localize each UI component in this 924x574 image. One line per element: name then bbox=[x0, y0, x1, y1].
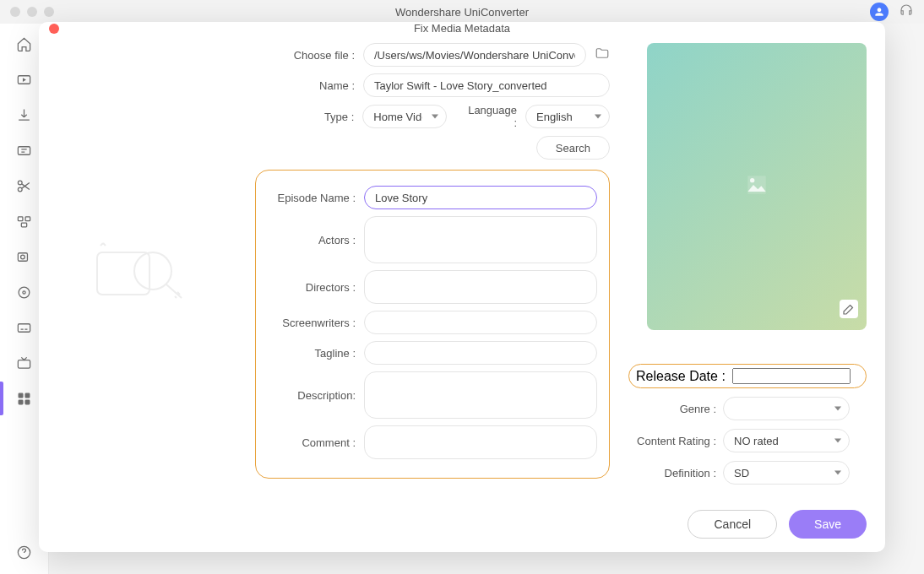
cut-icon[interactable] bbox=[16, 177, 33, 194]
svg-rect-1 bbox=[18, 146, 30, 154]
svg-point-20 bbox=[750, 178, 754, 182]
toolbox-icon[interactable] bbox=[16, 390, 33, 407]
compress-icon[interactable] bbox=[16, 142, 33, 159]
svg-rect-5 bbox=[25, 216, 30, 220]
search-illustration bbox=[51, 43, 236, 539]
comment-input[interactable] bbox=[364, 425, 597, 459]
directors-label: Directors : bbox=[256, 281, 356, 294]
fix-metadata-modal: Fix Media Metadata Choose file : Name : … bbox=[39, 22, 885, 552]
name-input[interactable] bbox=[363, 73, 610, 97]
svg-rect-6 bbox=[21, 223, 26, 227]
description-label: Description: bbox=[256, 389, 356, 402]
release-date-highlight: Release Date : bbox=[628, 364, 867, 388]
svg-rect-12 bbox=[18, 360, 30, 368]
home-icon[interactable] bbox=[16, 35, 33, 52]
image-placeholder-icon bbox=[743, 171, 770, 202]
svg-point-10 bbox=[23, 290, 25, 293]
genre-select[interactable] bbox=[723, 397, 850, 420]
subtitle-icon[interactable] bbox=[16, 319, 33, 336]
directors-input[interactable] bbox=[364, 270, 597, 304]
edit-thumbnail-icon[interactable] bbox=[840, 300, 858, 322]
svg-rect-7 bbox=[18, 252, 27, 261]
svg-point-19 bbox=[134, 252, 171, 290]
svg-rect-16 bbox=[25, 400, 30, 404]
content-rating-select[interactable]: NO rated bbox=[723, 429, 850, 452]
description-input[interactable] bbox=[364, 371, 597, 419]
svg-rect-15 bbox=[19, 400, 23, 404]
tagline-label: Tagline : bbox=[256, 347, 356, 360]
support-headset-icon[interactable] bbox=[899, 3, 914, 21]
release-date-input[interactable] bbox=[732, 368, 851, 384]
choose-file-input[interactable] bbox=[363, 43, 586, 67]
language-select[interactable]: English bbox=[525, 105, 610, 128]
genre-label: Genre : bbox=[628, 403, 716, 415]
convert-icon[interactable] bbox=[16, 71, 33, 88]
details-highlight-box: Episode Name : Actors : Directors : Scre… bbox=[255, 170, 610, 479]
type-label: Type : bbox=[255, 111, 354, 123]
svg-rect-18 bbox=[97, 252, 149, 295]
save-button[interactable]: Save bbox=[789, 510, 867, 539]
type-select[interactable]: Home Video bbox=[362, 105, 447, 128]
svg-rect-11 bbox=[18, 323, 30, 332]
svg-point-2 bbox=[18, 181, 22, 185]
folder-icon[interactable] bbox=[595, 46, 610, 64]
svg-point-9 bbox=[19, 287, 30, 298]
modal-titlebar: Fix Media Metadata bbox=[39, 22, 885, 35]
app-titlebar: Wondershare UniConverter bbox=[0, 0, 924, 24]
actors-label: Actors : bbox=[256, 234, 356, 246]
download-icon[interactable] bbox=[16, 106, 33, 123]
close-icon[interactable] bbox=[49, 24, 59, 34]
tv-icon[interactable] bbox=[16, 355, 33, 371]
cancel-button[interactable]: Cancel bbox=[688, 510, 777, 539]
name-label: Name : bbox=[255, 79, 355, 92]
cover-thumbnail bbox=[647, 43, 867, 330]
help-icon[interactable] bbox=[16, 544, 33, 560]
merge-icon[interactable] bbox=[16, 213, 33, 230]
svg-point-3 bbox=[18, 187, 22, 192]
episode-name-label: Episode Name : bbox=[256, 192, 356, 204]
actors-input[interactable] bbox=[364, 216, 597, 263]
screenwriters-label: Screenwriters : bbox=[256, 317, 356, 329]
tagline-input[interactable] bbox=[364, 341, 597, 365]
search-button[interactable]: Search bbox=[536, 136, 610, 160]
svg-rect-4 bbox=[18, 216, 23, 220]
choose-file-label: Choose file : bbox=[255, 49, 355, 62]
language-label: Language : bbox=[462, 104, 517, 129]
burn-icon[interactable] bbox=[16, 284, 33, 301]
svg-rect-14 bbox=[25, 393, 30, 398]
svg-point-8 bbox=[21, 255, 25, 259]
account-avatar-icon[interactable] bbox=[870, 3, 889, 21]
definition-label: Definition : bbox=[628, 467, 716, 479]
window-traffic-lights[interactable] bbox=[10, 7, 54, 17]
screenwriters-input[interactable] bbox=[364, 311, 597, 334]
comment-label: Comment : bbox=[256, 436, 356, 449]
content-rating-label: Content Rating : bbox=[628, 435, 716, 447]
app-title: Wondershare UniConverter bbox=[395, 6, 529, 19]
modal-title: Fix Media Metadata bbox=[414, 22, 510, 35]
svg-rect-13 bbox=[19, 393, 23, 398]
episode-name-input[interactable] bbox=[364, 186, 597, 209]
record-icon[interactable] bbox=[16, 248, 33, 265]
release-date-label: Release Date : bbox=[636, 369, 726, 384]
definition-select[interactable]: SD bbox=[723, 461, 850, 485]
